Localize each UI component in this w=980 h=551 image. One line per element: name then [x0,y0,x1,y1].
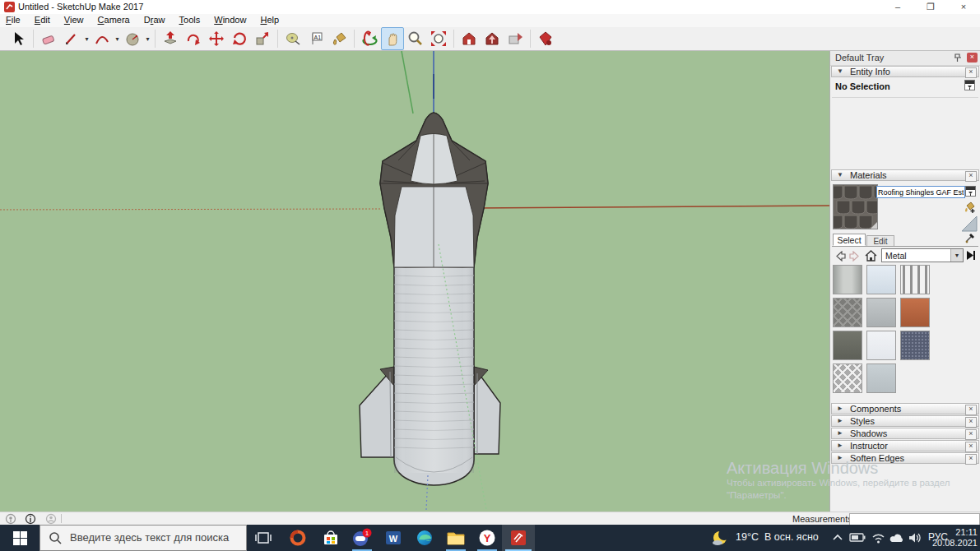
sketchup-taskbar-button[interactable] [502,525,535,551]
select-tool-button[interactable] [7,27,30,50]
menu-tools[interactable]: Tools [174,14,207,25]
menu-edit[interactable]: Edit [29,14,56,25]
eraser-tool-button[interactable] [37,27,60,50]
pin-icon[interactable] [953,53,962,63]
extension-warehouse-button[interactable] [534,27,557,50]
text-tool-button[interactable]: A1 [304,27,327,50]
materials-close-icon[interactable]: × [965,171,977,182]
details-flyout-icon[interactable] [965,249,977,262]
default-material-icon[interactable] [961,215,978,232]
word-app-button[interactable]: W [377,525,410,551]
menu-help[interactable]: Help [254,14,285,25]
entity-info-close-icon[interactable]: × [965,67,977,78]
maximize-button[interactable]: ❐ [914,0,947,14]
material-swatch[interactable] [866,363,896,393]
pan-tool-button[interactable] [381,27,404,50]
shapes-tool-dropdown-icon[interactable]: ▾ [144,35,151,43]
tab-edit[interactable]: Edit [866,235,894,246]
get-models-button[interactable] [457,27,481,50]
material-swatch[interactable] [900,331,930,360]
paint-bucket-tool-button[interactable] [327,27,351,50]
material-swatch[interactable] [833,298,862,327]
shapes-tool-button[interactable] [121,27,144,50]
sample-paint-eyedropper-icon[interactable] [964,232,976,243]
close-button[interactable]: × [947,0,980,14]
taskbar-search[interactable] [39,525,247,551]
clock[interactable]: 21:11 20.08.2021 [946,527,978,549]
shadows-header[interactable]: ► Shadows × [831,428,979,439]
onedrive-cloud-icon[interactable] [889,532,907,544]
tape-measure-tool-button[interactable] [281,27,304,50]
search-input[interactable] [68,530,244,544]
store-app-button[interactable] [314,525,347,551]
arc-tool-button[interactable] [91,27,114,50]
components-close-icon[interactable]: × [965,405,977,415]
tray-close-icon[interactable]: × [967,53,978,63]
zoom-tool-button[interactable] [404,27,427,50]
materials-header[interactable]: ▼ Materials × [831,169,979,181]
material-swatch[interactable] [900,298,930,327]
start-button[interactable] [0,525,39,551]
menu-window[interactable]: Window [208,14,252,25]
menu-draw[interactable]: Draw [138,14,171,25]
line-tool-dropdown-icon[interactable]: ▾ [83,35,91,43]
material-swatch[interactable] [900,265,930,294]
instructor-close-icon[interactable]: × [965,442,977,452]
collection-dropdown[interactable]: Metal ▼ [881,248,964,262]
network-wifi-icon[interactable] [871,530,887,545]
components-header[interactable]: ► Components × [831,403,979,414]
speaker-icon[interactable] [908,531,922,544]
material-swatch[interactable] [833,331,862,360]
menu-file[interactable]: File [0,14,26,25]
material-swatch[interactable] [866,265,896,294]
office-app-button[interactable] [281,525,314,551]
file-explorer-button[interactable] [439,525,472,551]
home-icon[interactable] [865,250,877,262]
line-tool-button[interactable] [60,27,83,50]
styles-close-icon[interactable]: × [965,417,977,428]
soften-edges-header[interactable]: ► Soften Edges × [831,452,979,464]
battery-icon[interactable] [849,531,867,544]
zoom-extents-tool-button[interactable] [427,27,450,50]
expand-panel-icon[interactable] [964,80,975,90]
follow-me-tool-button[interactable] [182,27,205,50]
arc-tool-dropdown-icon[interactable]: ▾ [114,35,121,43]
geolocation-icon[interactable] [5,513,16,525]
styles-header[interactable]: ► Styles × [831,415,979,427]
instructor-header[interactable]: ► Instructor × [831,440,979,451]
minimize-button[interactable]: – [881,0,914,14]
tray-chevron-icon[interactable] [831,532,844,544]
orbit-tool-button[interactable] [358,27,381,50]
forward-arrow-icon[interactable] [849,251,861,262]
create-material-icon[interactable] [964,201,977,214]
push-pull-tool-button[interactable] [159,27,182,50]
send-model-button[interactable] [504,27,527,50]
material-swatch[interactable] [866,298,896,327]
credits-info-icon[interactable] [25,513,36,525]
task-view-button[interactable] [247,525,280,551]
material-name-field[interactable] [876,186,965,198]
shadows-close-icon[interactable]: × [965,429,977,440]
share-model-button[interactable] [481,27,504,50]
move-tool-button[interactable] [205,27,228,50]
weather-moon-icon[interactable] [711,530,731,546]
xbox-app-button[interactable]: 1 [346,525,379,551]
yandex-browser-button[interactable]: Y [471,525,504,551]
model-viewport[interactable] [0,51,829,512]
sign-in-icon[interactable] [45,513,57,525]
back-arrow-icon[interactable] [834,251,846,262]
weather-temp[interactable]: 19°C [736,531,759,543]
material-swatch[interactable] [866,331,896,360]
menu-camera[interactable]: Camera [92,14,136,25]
soften-edges-close-icon[interactable]: × [965,454,977,465]
weather-condition[interactable]: В осн. ясно [764,531,819,543]
dropdown-arrow-icon[interactable]: ▼ [950,249,963,262]
entity-info-header[interactable]: ▼ Entity Info × [831,66,979,77]
menu-view[interactable]: View [58,14,90,25]
edge-app-button[interactable] [408,525,441,551]
tab-select[interactable]: Select [833,234,866,246]
scale-tool-button[interactable] [251,27,274,50]
rotate-tool-button[interactable] [228,27,251,50]
material-swatch[interactable] [833,265,862,294]
active-material-thumbnail[interactable] [833,184,878,229]
